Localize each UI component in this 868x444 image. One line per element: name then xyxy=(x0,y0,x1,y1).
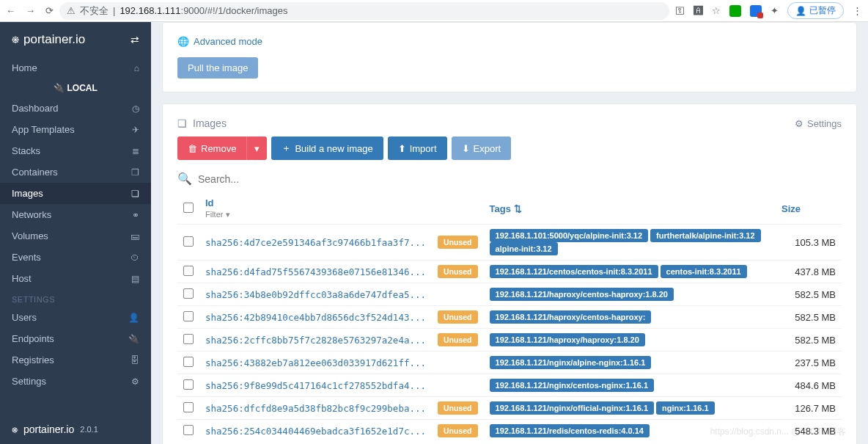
user-icon: 👤 xyxy=(795,6,806,16)
plug-icon: 🔌 xyxy=(128,334,139,344)
sidebar-item-networks[interactable]: Networks⚭ xyxy=(0,204,151,225)
remove-caret-button[interactable]: ▾ xyxy=(246,137,267,160)
build-button[interactable]: ＋Build a new image xyxy=(271,137,383,160)
search-icon: 🔍 xyxy=(177,172,192,186)
logo: ⎈portainer.io ⇄ xyxy=(0,22,151,57)
search-input[interactable] xyxy=(198,173,842,185)
row-checkbox[interactable] xyxy=(183,379,194,390)
size-cell: 582.5 MB xyxy=(776,283,842,306)
image-id-link[interactable]: sha256:d4fad75f5567439368e07156e81346... xyxy=(205,266,426,277)
table-row: sha256:34b8e0b92dffcc03a8a6de747dfea5...… xyxy=(177,283,842,306)
tag[interactable]: 192.168.1.101:5000/yqc/alpine-init:3.12 xyxy=(490,229,649,242)
sidebar-item-volumes[interactable]: Volumes🖴 xyxy=(0,225,151,247)
star-icon[interactable]: ☆ xyxy=(712,5,721,16)
advanced-mode-link[interactable]: 🌐 Advanced mode xyxy=(177,36,842,47)
sidebar-item-containers[interactable]: Containers❐ xyxy=(0,161,151,183)
sidebar-item-host[interactable]: Host▤ xyxy=(0,268,151,289)
row-checkbox[interactable] xyxy=(183,266,194,276)
size-cell: 484.6 MB xyxy=(776,374,842,397)
unused-badge: Unused xyxy=(438,424,478,437)
endpoint-local: 🔌 LOCAL xyxy=(0,79,151,98)
clone-icon: ❏ xyxy=(131,189,139,199)
tag[interactable]: 192.168.1.121/centos/centos-init:8.3.201… xyxy=(490,265,658,278)
pull-image-button[interactable]: Pull the image xyxy=(177,57,258,79)
row-checkbox[interactable] xyxy=(183,357,194,367)
list-icon: ≣ xyxy=(132,146,139,156)
size-cell: 582.5 MB xyxy=(776,306,842,329)
row-checkbox[interactable] xyxy=(183,425,194,435)
tag[interactable]: 192.168.1.121/haproxy/haproxy:1.8.20 xyxy=(490,333,645,346)
tag[interactable]: 192.168.1.121/redis/centos-redis:4.0.14 xyxy=(490,424,650,437)
image-id-link[interactable]: sha256:43882eb7a812ee063d033917d621ff... xyxy=(205,357,426,368)
cubes-icon: ❐ xyxy=(131,167,139,178)
sidebar-item-home[interactable]: Home⌂ xyxy=(0,57,151,79)
key-icon[interactable]: ⚿ xyxy=(675,5,685,16)
sidebar-item-images[interactable]: Images❏ xyxy=(0,183,151,204)
image-id-link[interactable]: sha256:34b8e0b92dffcc03a8a6de747dfea5... xyxy=(205,289,426,300)
tachometer-icon: ◷ xyxy=(132,103,139,114)
tag[interactable]: furthertalk/alpine-init:3.12 xyxy=(650,229,760,242)
sidebar-item-settings[interactable]: Settings⚙ xyxy=(0,371,151,392)
image-id-link[interactable]: sha256:4d7ce2e591346af3c97466b1faa3f7... xyxy=(205,237,426,248)
tag[interactable]: alpine-init:3.12 xyxy=(490,242,558,255)
address-bar[interactable]: ⚠ 不安全 | 192.168.1.111:9000/#!/1/docker/i… xyxy=(59,2,669,20)
tag[interactable]: 192.168.1.121/nginx/official-nginx:1.16.… xyxy=(490,401,654,415)
forward-icon[interactable]: → xyxy=(26,5,35,16)
unused-badge: Unused xyxy=(438,333,478,346)
rocket-icon: ✈ xyxy=(132,125,139,135)
footer-logo: ⎈portainer.io 2.0.1 xyxy=(0,415,151,444)
remove-button[interactable]: 🗑Remove xyxy=(177,137,246,160)
sort-icon: ⇅ xyxy=(514,203,522,214)
col-tags[interactable]: Tags ⇅ xyxy=(484,193,776,225)
sidebar-item-dashboard[interactable]: Dashboard◷ xyxy=(0,98,151,119)
extension-icon[interactable] xyxy=(750,5,762,17)
import-button[interactable]: ⬆Import xyxy=(388,137,447,160)
image-id-link[interactable]: sha256:42b89410ce4bb7d8656dc3f524d143... xyxy=(205,312,426,323)
tag[interactable]: 192.168.1.121/haproxy/centos-haproxy: xyxy=(490,310,652,324)
row-checkbox[interactable] xyxy=(183,402,194,412)
profile-paused[interactable]: 👤已暂停 xyxy=(787,2,844,19)
unused-badge: Unused xyxy=(438,236,478,249)
filter-icon[interactable]: ▾ xyxy=(226,210,230,219)
home-icon: ⌂ xyxy=(134,63,139,73)
menu-icon[interactable]: ⋮ xyxy=(853,5,862,16)
row-checkbox[interactable] xyxy=(183,311,194,321)
table-row: sha256:2cffc8bb75f7c2828e5763297a2e4a...… xyxy=(177,329,842,352)
sidebar-item-registries[interactable]: Registries🗄 xyxy=(0,349,151,371)
row-checkbox[interactable] xyxy=(183,334,194,344)
unused-badge: Unused xyxy=(438,310,478,324)
extensions-icon[interactable]: ✦ xyxy=(770,5,779,16)
translate-icon[interactable]: 🅰 xyxy=(694,5,703,16)
sidebar-item-app-templates[interactable]: App Templates✈ xyxy=(0,119,151,140)
back-icon[interactable]: ← xyxy=(6,5,15,16)
tag[interactable]: centos-init:8.3.2011 xyxy=(661,265,747,278)
col-id[interactable]: Id Filter ▾ xyxy=(199,193,432,225)
hdd-icon: 🖴 xyxy=(130,231,139,241)
tag[interactable]: 192.168.1.121/haproxy/centos-haproxy:1.8… xyxy=(490,288,674,301)
tag[interactable]: nginx:1.16.1 xyxy=(656,401,715,415)
table-settings-link[interactable]: ⚙ Settings xyxy=(795,118,842,129)
sidebar-item-users[interactable]: Users👤 xyxy=(0,307,151,328)
row-checkbox[interactable] xyxy=(183,288,194,299)
sidebar-toggle-icon[interactable]: ⇄ xyxy=(130,34,139,46)
size-cell: 105.3 MB xyxy=(776,225,842,261)
image-id-link[interactable]: sha256:2cffc8bb75f7c2828e5763297a2e4a... xyxy=(205,335,426,346)
select-all-checkbox[interactable] xyxy=(183,203,194,213)
reload-icon[interactable]: ⟳ xyxy=(45,5,54,16)
evernote-icon[interactable] xyxy=(729,5,741,17)
col-size[interactable]: Size xyxy=(776,193,842,225)
image-id-link[interactable]: sha256:dfcfd8e9a5d38fb82bc8f9c299beba... xyxy=(205,403,426,414)
image-id-link[interactable]: sha256:254c034404469ebadca3f1652e1d7c... xyxy=(205,426,426,437)
image-id-link[interactable]: sha256:9f8e99d5c417164c1cf278552bdfa4... xyxy=(205,380,426,391)
sidebar-item-endpoints[interactable]: Endpoints🔌 xyxy=(0,328,151,349)
sidebar-item-stacks[interactable]: Stacks≣ xyxy=(0,140,151,161)
tag[interactable]: 192.168.1.121/nginx/centos-nginx:1.16.1 xyxy=(490,379,654,392)
globe-icon: 🌐 xyxy=(177,36,189,47)
sidebar-item-events[interactable]: Events⏲ xyxy=(0,247,151,268)
tag[interactable]: 192.168.1.121/nginx/alpine-nginx:1.16.1 xyxy=(490,356,652,369)
unused-badge: Unused xyxy=(438,401,478,415)
export-button[interactable]: ⬇Export xyxy=(452,137,512,160)
users-icon: 👤 xyxy=(128,313,139,323)
row-checkbox[interactable] xyxy=(183,236,194,247)
version: 2.0.1 xyxy=(80,425,98,434)
